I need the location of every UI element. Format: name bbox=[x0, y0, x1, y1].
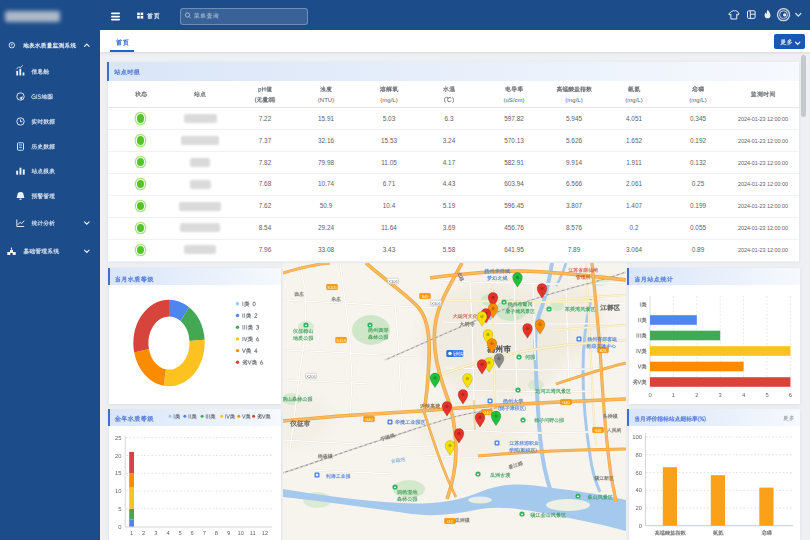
svg-text:11.64: 11.64 bbox=[381, 224, 397, 231]
svg-text:8: 8 bbox=[215, 530, 218, 536]
svg-text:12: 12 bbox=[262, 530, 268, 536]
svg-text:2024-01-23 12:00:00: 2024-01-23 12:00:00 bbox=[738, 181, 788, 187]
svg-text:15.91: 15.91 bbox=[318, 115, 334, 122]
svg-text:25: 25 bbox=[115, 435, 121, 441]
svg-text:9.914: 9.914 bbox=[566, 159, 582, 166]
svg-text:5: 5 bbox=[765, 392, 768, 398]
svg-text:15: 15 bbox=[115, 470, 121, 476]
svg-text:3.807: 3.807 bbox=[566, 202, 582, 209]
svg-text:7.82: 7.82 bbox=[259, 159, 272, 166]
svg-text:5.58: 5.58 bbox=[443, 246, 456, 253]
svg-text:7.62: 7.62 bbox=[259, 202, 272, 209]
svg-text:2024-01-23 12:00:00: 2024-01-23 12:00:00 bbox=[738, 247, 788, 253]
svg-text:9: 9 bbox=[227, 530, 230, 536]
svg-text:80: 80 bbox=[636, 452, 642, 458]
svg-text:0.055: 0.055 bbox=[690, 224, 706, 231]
svg-text:2: 2 bbox=[695, 392, 698, 398]
svg-text:20: 20 bbox=[636, 505, 642, 511]
svg-text:1.652: 1.652 bbox=[626, 137, 642, 144]
svg-text:11.05: 11.05 bbox=[381, 159, 397, 166]
svg-text:1.407: 1.407 bbox=[626, 202, 642, 209]
svg-text:1.911: 1.911 bbox=[626, 159, 642, 166]
svg-text:5.19: 5.19 bbox=[443, 202, 456, 209]
svg-text:40: 40 bbox=[636, 487, 642, 493]
svg-text:X306: X306 bbox=[388, 279, 398, 284]
svg-text:60: 60 bbox=[636, 470, 642, 476]
svg-text:100: 100 bbox=[632, 434, 642, 440]
svg-text:11: 11 bbox=[250, 530, 256, 536]
svg-text:4: 4 bbox=[166, 530, 170, 536]
svg-text:3: 3 bbox=[719, 392, 722, 398]
svg-text:3.69: 3.69 bbox=[443, 224, 456, 231]
svg-text:6: 6 bbox=[191, 530, 194, 536]
svg-text:10.4: 10.4 bbox=[383, 202, 396, 209]
svg-text:582.91: 582.91 bbox=[504, 159, 524, 166]
svg-text:4: 4 bbox=[742, 392, 746, 398]
svg-text:596.45: 596.45 bbox=[504, 202, 524, 209]
svg-text:1: 1 bbox=[672, 392, 675, 398]
svg-text:7.89: 7.89 bbox=[568, 246, 581, 253]
svg-text:3.43: 3.43 bbox=[383, 246, 396, 253]
svg-text:6.71: 6.71 bbox=[383, 180, 396, 187]
svg-text:0: 0 bbox=[118, 524, 121, 530]
svg-text:641.95: 641.95 bbox=[504, 246, 524, 253]
svg-text:7.22: 7.22 bbox=[259, 115, 272, 122]
svg-text:0.2: 0.2 bbox=[630, 224, 639, 231]
svg-text:4.43: 4.43 bbox=[443, 180, 456, 187]
svg-text:G2: G2 bbox=[447, 519, 453, 524]
svg-text:79.98: 79.98 bbox=[318, 159, 334, 166]
svg-text:0.132: 0.132 bbox=[690, 159, 706, 166]
svg-text:0: 0 bbox=[639, 523, 642, 529]
svg-text:3.064: 3.064 bbox=[626, 246, 642, 253]
svg-text:6.566: 6.566 bbox=[566, 180, 582, 187]
svg-text:(mg/L): (mg/L) bbox=[380, 97, 397, 103]
svg-text:S49: S49 bbox=[421, 294, 429, 299]
svg-text:(NTU): (NTU) bbox=[318, 97, 334, 103]
svg-text:S48: S48 bbox=[594, 428, 602, 433]
svg-text:0.192: 0.192 bbox=[690, 137, 706, 144]
svg-text:603.94: 603.94 bbox=[504, 180, 524, 187]
svg-text:597.82: 597.82 bbox=[504, 115, 524, 122]
svg-text:2024-01-23 12:00:00: 2024-01-23 12:00:00 bbox=[738, 138, 788, 144]
svg-text:32.16: 32.16 bbox=[318, 137, 334, 144]
svg-text:(mg/L): (mg/L) bbox=[565, 97, 582, 103]
svg-text:0.25: 0.25 bbox=[692, 180, 705, 187]
svg-text:(uS/cm): (uS/cm) bbox=[504, 97, 525, 103]
svg-text:2.061: 2.061 bbox=[626, 180, 642, 187]
svg-text:4.17: 4.17 bbox=[443, 159, 456, 166]
svg-text:0.345: 0.345 bbox=[690, 115, 706, 122]
svg-text:2024-01-23 12:00:00: 2024-01-23 12:00:00 bbox=[738, 160, 788, 166]
svg-text:5.03: 5.03 bbox=[383, 115, 396, 122]
svg-text:5.626: 5.626 bbox=[566, 137, 582, 144]
svg-text:2024-01-23 12:00:00: 2024-01-23 12:00:00 bbox=[738, 203, 788, 209]
svg-text:29.24: 29.24 bbox=[318, 224, 334, 231]
svg-text:G40: G40 bbox=[562, 400, 570, 405]
svg-text:6: 6 bbox=[789, 392, 792, 398]
svg-text:1: 1 bbox=[130, 530, 133, 536]
svg-text:(mg/L): (mg/L) bbox=[625, 97, 642, 103]
svg-text:5.945: 5.945 bbox=[566, 115, 582, 122]
svg-text:X306: X306 bbox=[431, 301, 441, 306]
svg-text:5: 5 bbox=[178, 530, 181, 536]
svg-text:G40: G40 bbox=[483, 410, 491, 415]
svg-text:0.89: 0.89 bbox=[692, 246, 705, 253]
svg-text:S105: S105 bbox=[327, 285, 337, 290]
svg-text:33.08: 33.08 bbox=[318, 246, 334, 253]
svg-text:S353: S353 bbox=[336, 338, 346, 343]
svg-text:4.051: 4.051 bbox=[626, 115, 642, 122]
svg-text:0.199: 0.199 bbox=[690, 202, 706, 209]
svg-text:50.9: 50.9 bbox=[320, 202, 333, 209]
svg-text:2024-01-23 12:00:00: 2024-01-23 12:00:00 bbox=[738, 225, 788, 231]
svg-text:2: 2 bbox=[142, 530, 145, 536]
svg-text:2024-01-23 12:00:00: 2024-01-23 12:00:00 bbox=[738, 116, 788, 122]
svg-text:6.3: 6.3 bbox=[445, 115, 454, 122]
svg-text:3: 3 bbox=[154, 530, 157, 536]
svg-text:10: 10 bbox=[115, 488, 121, 494]
svg-text:15.53: 15.53 bbox=[381, 137, 397, 144]
svg-text:7.96: 7.96 bbox=[259, 246, 272, 253]
svg-text:7.68: 7.68 bbox=[259, 180, 272, 187]
svg-text:3.24: 3.24 bbox=[443, 137, 456, 144]
svg-text:0: 0 bbox=[648, 392, 651, 398]
svg-text:(mg/L): (mg/L) bbox=[689, 97, 706, 103]
svg-text:570.13: 570.13 bbox=[504, 137, 524, 144]
